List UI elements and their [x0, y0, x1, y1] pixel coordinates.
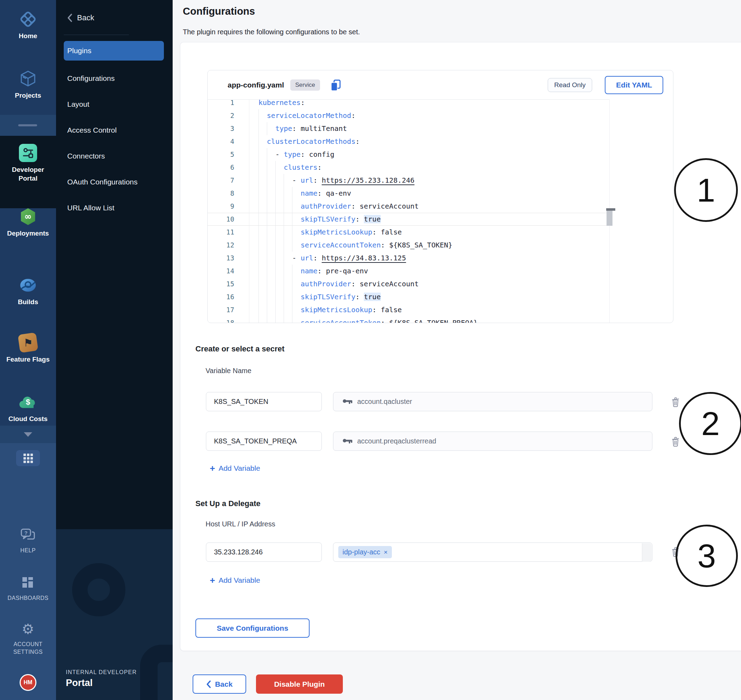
sidebar-module-builds[interactable]: Builds	[0, 276, 56, 306]
apps-grid-icon	[24, 454, 33, 463]
cube-icon	[19, 69, 37, 88]
disable-plugin-button[interactable]: Disable Plugin	[256, 675, 343, 694]
annotation-circle-1: 1	[674, 158, 738, 222]
code-line-1: 1kubernetes:	[208, 99, 610, 109]
delegate-heading: Set Up a Delegate	[195, 499, 261, 508]
code-line-content: type: multiTenant	[249, 122, 347, 135]
sidebar-item-label: Connectors	[67, 152, 105, 160]
line-number: 2	[208, 109, 234, 122]
decorative-ring	[72, 563, 125, 616]
variable-name-input[interactable]: K8S_SA_TOKEN	[206, 392, 322, 411]
sidebar-utility-account-settings[interactable]: ⚙ACCOUNTSETTINGS	[0, 619, 56, 656]
code-line-6: 6 clusters:	[208, 161, 610, 174]
secret-select-field[interactable]: account.qacluster	[333, 392, 653, 411]
save-configurations-button[interactable]: Save Configurations	[195, 618, 309, 638]
code-line-17: 17 skipMetricsLookup: false	[208, 303, 610, 316]
back-link[interactable]: Back	[66, 13, 94, 22]
code-line-content: - url: https://34.83.13.125	[249, 251, 406, 265]
apps-grid-button[interactable]	[16, 450, 40, 466]
page-subtitle: The plugin requires the following config…	[183, 28, 360, 36]
add-variable-button-delegate[interactable]: + Add Variable	[210, 576, 260, 584]
code-line-13: 13 - url: https://34.83.13.125	[208, 251, 610, 265]
sidebar-item-layout[interactable]: Layout	[56, 97, 172, 112]
code-line-content: kubernetes:	[249, 99, 305, 109]
edit-yaml-button[interactable]: Edit YAML	[605, 76, 663, 94]
sidebar-utility-dashboards[interactable]: DASHBOARDS	[0, 573, 56, 602]
code-line-content: serviceAccountToken: ${K8S_SA_TOKEN_PREQ…	[249, 316, 478, 323]
footer-eyebrow: INTERNAL DEVELOPER	[66, 669, 137, 675]
tags-input-expander[interactable]	[642, 543, 652, 562]
sidebar-utility-label: DASHBOARDS	[0, 594, 56, 602]
sidebar-module-home[interactable]: Home	[0, 10, 56, 40]
plus-icon: +	[210, 465, 215, 472]
sidebar-module-feature-flags[interactable]: ⚑Feature Flags	[0, 333, 56, 364]
sidebar-module-cloud-costs[interactable]: $Cloud Costs	[0, 393, 56, 423]
divider	[64, 35, 129, 35]
sidebar-module-projects[interactable]: Projects	[0, 69, 56, 100]
line-number: 13	[208, 251, 234, 265]
key-icon	[342, 437, 353, 446]
delete-row-button[interactable]	[670, 436, 681, 447]
annotation-circle-3: 3	[676, 525, 738, 587]
host-url-label: Host URL / IP Address	[206, 520, 275, 528]
gear-icon: ⚙	[19, 619, 37, 638]
sidebar-utility-help[interactable]: ?HELP	[0, 526, 56, 554]
code-line-content: authProvider: serviceAccount	[249, 200, 419, 213]
secret-select-field[interactable]: account.preqaclusterread	[333, 432, 653, 451]
code-line-9: 9 authProvider: serviceAccount	[208, 200, 610, 213]
grid-tiles-icon	[19, 573, 37, 592]
code-line-16: 16 skipTLSVerify: true	[208, 291, 610, 303]
secret-value: account.qacluster	[357, 398, 412, 406]
sidebar-item-oauth-configurations[interactable]: OAuth Configurations	[56, 174, 172, 190]
sliders-icon	[19, 144, 37, 162]
yaml-editor-card: app-config.yaml Service Read Only Edit Y…	[207, 70, 673, 323]
sidebar-module-label: Feature Flags	[0, 355, 56, 364]
key-icon	[342, 397, 353, 407]
line-number: 8	[208, 187, 234, 200]
sidebar-item-label: Configurations	[67, 74, 115, 82]
footer-title: Portal	[66, 678, 93, 688]
sidebar-item-connectors[interactable]: Connectors	[56, 149, 172, 164]
sidebar-module-deployments[interactable]: ∞Deployments	[0, 207, 56, 238]
line-number: 16	[208, 291, 234, 303]
remove-tag-icon[interactable]: ×	[384, 549, 387, 556]
avatar[interactable]: HM	[20, 674, 37, 691]
sidebar-item-plugins[interactable]: Plugins	[64, 41, 164, 60]
line-number: 4	[208, 135, 234, 148]
delete-row-button[interactable]	[670, 396, 681, 407]
code-line-12: 12 serviceAccountToken: ${K8S_SA_TOKEN}	[208, 239, 610, 251]
sidebar-module-developer-portal[interactable]: DeveloperPortal	[0, 144, 56, 183]
code-scrollbar-thumb[interactable]	[607, 210, 613, 226]
sidebar-module-label: Home	[0, 31, 56, 40]
host-url-input[interactable]: 35.233.128.246	[206, 543, 322, 562]
add-variable-button-secrets[interactable]: + Add Variable	[210, 464, 260, 472]
sidebar-item-access-control[interactable]: Access Control	[56, 122, 172, 138]
add-variable-label: Add Variable	[218, 464, 260, 472]
variable-name-input[interactable]: K8S_SA_TOKEN_PREQA	[206, 432, 322, 451]
line-number: 1	[208, 99, 234, 109]
secrets-heading: Create or select a secret	[195, 344, 284, 353]
infinity-hexagon-icon: ∞	[19, 207, 37, 226]
secret-row: K8S_SA_TOKENaccount.qacluster	[206, 392, 689, 411]
sidebar-item-label: Access Control	[67, 126, 116, 134]
delegate-tags-input[interactable]: idp-play-acc×	[333, 543, 653, 562]
plus-icon: +	[210, 577, 215, 584]
code-line-content: serviceLocatorMethod:	[249, 109, 355, 122]
planet-icon	[19, 276, 37, 295]
back-button[interactable]: Back	[193, 675, 246, 694]
chevron-down-icon[interactable]	[24, 432, 32, 437]
sidebar-item-configurations[interactable]: Configurations	[56, 71, 172, 86]
line-number: 14	[208, 265, 234, 278]
page-title: Configurations	[183, 6, 255, 17]
sidebar-item-url-allow-list[interactable]: URL Allow List	[56, 200, 172, 216]
code-line-10: 10 skipTLSVerify: true	[208, 213, 610, 226]
line-number: 11	[208, 226, 234, 239]
line-number: 17	[208, 303, 234, 316]
sidebar-resize-handle[interactable]	[18, 124, 37, 126]
code-line-11: 11 skipMetricsLookup: false	[208, 226, 610, 239]
tag-chip: idp-play-acc×	[338, 546, 392, 558]
code-line-18: 18 serviceAccountToken: ${K8S_SA_TOKEN_P…	[208, 316, 610, 323]
copy-icon[interactable]	[329, 78, 342, 92]
sidebar-item-label: URL Allow List	[67, 204, 115, 212]
harness-logo-icon	[19, 10, 37, 29]
